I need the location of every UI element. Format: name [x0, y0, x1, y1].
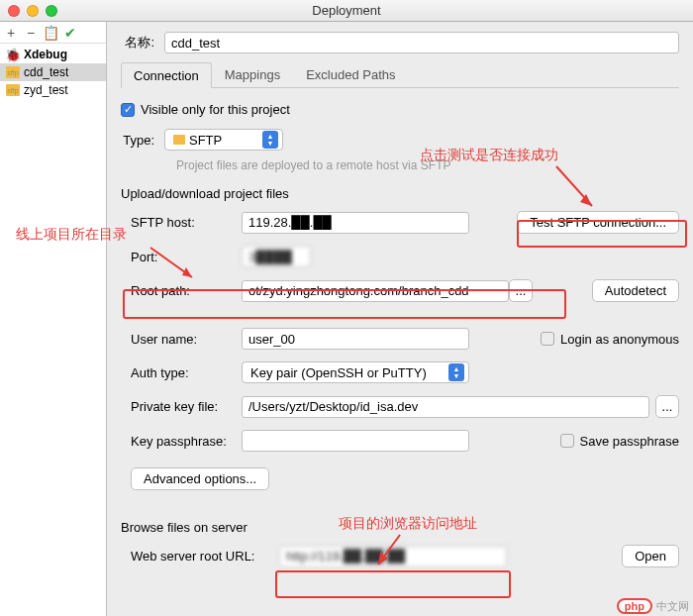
minimize-traffic-light[interactable] — [27, 5, 39, 17]
tab-mappings[interactable]: Mappings — [212, 61, 293, 87]
private-key-browse-button[interactable]: ... — [655, 395, 679, 418]
checkmark-icon[interactable]: ✔ — [63, 26, 77, 40]
key-passphrase-input[interactable] — [242, 430, 469, 452]
watermark-site: 中文网 — [656, 599, 689, 614]
sidebar-item-xdebug[interactable]: 🐞 Xdebug — [0, 46, 106, 63]
key-passphrase-label: Key passphrase: — [131, 434, 242, 449]
svg-marker-1 — [182, 267, 192, 277]
sidebar-item-label: cdd_test — [24, 65, 68, 79]
user-name-input[interactable] — [242, 328, 469, 350]
visible-only-label: Visible only for this project — [141, 102, 290, 117]
port-input[interactable] — [242, 246, 311, 267]
annotation-arrow-icon — [548, 162, 608, 212]
root-path-browse-button[interactable]: ... — [509, 279, 533, 302]
save-passphrase-checkbox[interactable] — [560, 434, 574, 448]
type-label: Type: — [121, 133, 164, 148]
tab-connection[interactable]: Connection — [121, 62, 212, 88]
select-arrows-icon: ▲▼ — [448, 363, 464, 381]
tab-excluded-paths[interactable]: Excluded Paths — [293, 61, 408, 87]
auth-type-select[interactable]: Key pair (OpenSSH or PuTTY) ▲▼ — [242, 361, 469, 383]
watermark-brand: php — [617, 598, 652, 614]
visible-only-checkbox[interactable]: ✓ — [121, 103, 135, 117]
window-title: Deployment — [0, 3, 693, 18]
annotation-root-dir: 线上项目所在目录 — [16, 226, 127, 244]
sidebar-item-cdd-test[interactable]: sftp cdd_test — [0, 63, 106, 81]
zoom-traffic-light[interactable] — [46, 5, 57, 17]
auth-type-label: Auth type: — [131, 365, 242, 380]
name-input[interactable] — [164, 32, 679, 53]
open-button[interactable]: Open — [622, 545, 679, 567]
sidebar-item-label: Xdebug — [24, 48, 67, 61]
advanced-options-button[interactable]: Advanced options... — [131, 467, 269, 490]
save-passphrase-label: Save passphrase — [580, 434, 679, 449]
sftp-host-label: SFTP host: — [131, 215, 242, 230]
remove-icon[interactable]: − — [24, 26, 38, 40]
copy-icon[interactable]: 📋 — [44, 26, 57, 40]
anonymous-label: Login as anonymous — [560, 332, 679, 347]
bug-icon: 🐞 — [6, 49, 20, 60]
server-icon: sftp — [6, 84, 20, 96]
user-name-label: User name: — [131, 332, 242, 347]
test-sftp-button[interactable]: Test SFTP connection... — [517, 211, 679, 234]
type-select[interactable]: SFTP ▲▼ — [164, 129, 283, 151]
private-key-label: Private key file: — [131, 399, 242, 414]
name-label: 名称: — [121, 34, 164, 51]
private-key-input[interactable] — [242, 396, 649, 418]
add-icon[interactable]: + — [4, 26, 18, 40]
folder-icon — [173, 135, 185, 145]
sidebar: + − 📋 ✔ 🐞 Xdebug sftp cdd_test sftp zyd_… — [0, 22, 107, 616]
root-path-label: Root path: — [131, 283, 242, 298]
annotation-test-conn: 点击测试是否连接成功 — [420, 147, 558, 164]
window-titlebar: Deployment — [0, 0, 693, 22]
sidebar-item-label: zyd_test — [24, 83, 68, 97]
sftp-host-input[interactable] — [242, 212, 469, 234]
annotation-arrow-icon — [147, 244, 206, 283]
close-traffic-light[interactable] — [8, 5, 20, 17]
web-root-label: Web server root URL: — [131, 549, 279, 564]
annotation-arrow-icon — [370, 531, 420, 570]
root-path-input[interactable] — [242, 280, 509, 302]
select-arrows-icon: ▲▼ — [262, 131, 278, 149]
watermark: php 中文网 — [617, 598, 689, 614]
anonymous-checkbox[interactable] — [541, 332, 554, 346]
sidebar-item-zyd-test[interactable]: sftp zyd_test — [0, 81, 106, 99]
autodetect-button[interactable]: Autodetect — [592, 279, 679, 302]
server-icon: sftp — [6, 66, 20, 78]
